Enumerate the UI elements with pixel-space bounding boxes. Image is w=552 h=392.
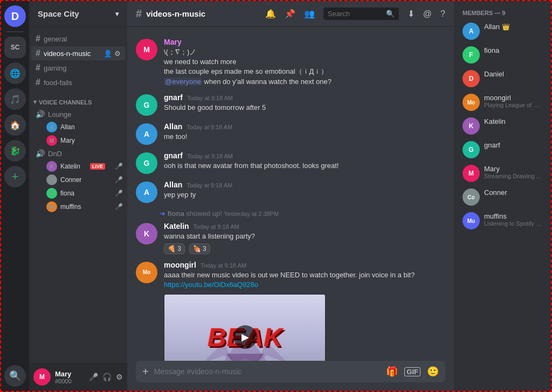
add-attachment-icon[interactable]: + xyxy=(142,366,149,378)
server-icon-5[interactable]: 🐉 xyxy=(4,140,26,162)
member-avatar: Mu xyxy=(463,212,480,229)
bell-icon[interactable]: 🔔 xyxy=(265,9,276,19)
voice-section-label: VOICE CHANNELS xyxy=(39,99,92,106)
input-icons: 🎁 GIF 🙂 xyxy=(386,366,439,377)
help-icon[interactable]: ? xyxy=(440,9,445,19)
member-info: muffins Listening to Spotify 🎵 xyxy=(484,212,542,227)
server-avatar-2: 🌐 xyxy=(10,68,20,79)
video-embed[interactable]: BEAK ▶ xyxy=(164,294,326,361)
channel-item-general[interactable]: # general xyxy=(31,32,125,46)
message-text: \(；∇；)ノ we need to watch more the last c… xyxy=(164,47,445,87)
message-timestamp: Today at 9:18 AM xyxy=(194,223,239,230)
member-status: Playing League of Legends 🎮 xyxy=(484,102,542,109)
gear-icon[interactable]: ⚙ xyxy=(114,50,121,58)
member-item-mary[interactable]: M Mary Streaming Drawing 🖊️ xyxy=(458,163,547,184)
voice-channel-lounge[interactable]: 🔊 Lounge xyxy=(31,108,125,120)
avatar: A xyxy=(136,123,157,145)
mention: @everyone xyxy=(164,78,202,86)
server-sidebar: Space City ▾ # general # videos-n-music … xyxy=(29,1,127,391)
main-content: # videos-n-music 🔔 📌 👥 🔍 ⬇ @ ? M Mary xyxy=(127,1,454,391)
message-header: moongirl Today at 9:18 AM xyxy=(164,261,445,269)
member-name: Mary xyxy=(484,165,542,173)
voice-channels-section[interactable]: ▾ VOICE CHANNELS xyxy=(29,90,127,108)
gift-icon[interactable]: 🎁 xyxy=(386,366,398,377)
youtube-link[interactable]: https://youtu.be/OiDx6aQ928o xyxy=(164,281,258,289)
server-icon-2[interactable]: 🌐 xyxy=(4,62,26,84)
channel-list: # general # videos-n-music 👤 ⚙ # gaming … xyxy=(29,27,127,363)
message-content: Mary \(；∇；)ノ we need to watch more the l… xyxy=(164,38,445,87)
avatar: M xyxy=(136,39,157,60)
add-member-icon[interactable]: 👤 xyxy=(104,50,112,58)
explore-button[interactable]: 🔍 xyxy=(4,365,26,387)
members-icon[interactable]: 👥 xyxy=(304,9,315,19)
member-item-fiona[interactable]: F fiona xyxy=(458,44,547,66)
channel-item-videos-n-music[interactable]: # videos-n-music 👤 ⚙ xyxy=(31,46,125,60)
message-header: Allan Today at 9:18 AM xyxy=(164,180,445,189)
member-item-katelin[interactable]: K Katelin xyxy=(458,115,547,137)
message-group: Mo moongirl Today at 9:18 AM aaaa their … xyxy=(127,258,454,361)
message-group: A Allan Today at 9:18 AM me too! xyxy=(127,120,454,147)
channel-name: general xyxy=(44,35,67,43)
message-content: gnarf Today at 9:18 AM ooh is that new a… xyxy=(164,151,445,174)
server-icon-space-city[interactable]: SC xyxy=(4,37,26,58)
server-icon-3[interactable]: 🎵 xyxy=(4,88,26,110)
settings-icon[interactable]: ⚙ xyxy=(116,373,123,381)
message-content: moongirl Today at 9:18 AM aaaa their new… xyxy=(164,261,445,361)
message-content: Allan Today at 9:18 AM yep yep ty xyxy=(164,180,445,203)
member-item-moongirl[interactable]: Mo moongirl Playing League of Legends 🎮 xyxy=(458,92,547,113)
search-bar[interactable]: 🔍 xyxy=(323,8,399,20)
voice-channel-dnd[interactable]: 🔊 DnD xyxy=(31,148,125,159)
user-bar: M Mary #0000 🎤 🎧 ⚙ xyxy=(29,363,127,391)
voice-member-fiona[interactable]: F fiona 🎤 xyxy=(31,187,125,200)
voice-member-mary[interactable]: M Mary xyxy=(31,134,125,147)
reaction-meat[interactable]: 🍖 3 xyxy=(189,243,210,254)
channel-item-gaming[interactable]: # gaming xyxy=(31,61,125,75)
member-item-daniel[interactable]: D Daniel xyxy=(458,68,547,89)
reaction-pizza[interactable]: 🍕 3 xyxy=(164,243,185,254)
message-input[interactable] xyxy=(154,361,381,382)
avatar: K xyxy=(136,223,157,244)
server-avatar-3: 🎵 xyxy=(10,94,20,104)
member-name: gnarf xyxy=(484,141,542,149)
server-avatar-5: 🐉 xyxy=(10,146,20,156)
voice-member-conner[interactable]: Co Conner 🎤 xyxy=(31,173,125,186)
avatar: A xyxy=(46,122,57,132)
gif-icon[interactable]: GIF xyxy=(404,367,420,376)
discord-home-button[interactable]: D xyxy=(4,5,26,27)
member-item-gnarf[interactable]: G gnarf xyxy=(458,139,547,160)
voice-member-katelin[interactable]: K Katelin LIVE 🎤 xyxy=(31,160,125,173)
server-header[interactable]: Space City ▾ xyxy=(29,1,127,27)
reactions-area: 🍕 3 🍖 3 xyxy=(164,241,445,254)
add-server-button[interactable]: + xyxy=(4,166,26,187)
emoji-icon[interactable]: 🙂 xyxy=(427,366,439,377)
microphone-icon[interactable]: 🎤 xyxy=(89,373,98,381)
speaker-icon: 🔊 xyxy=(36,149,45,158)
avatar: Co xyxy=(46,174,57,185)
member-item-allan[interactable]: A Allan 👑 xyxy=(458,20,547,42)
members-section-label: MEMBERS — 9 xyxy=(458,10,547,16)
member-item-conner[interactable]: Co Conner xyxy=(458,186,547,208)
channel-item-food-fails[interactable]: # food-fails xyxy=(31,75,125,89)
voice-member-allan[interactable]: A Allan xyxy=(31,121,125,134)
channel-name: videos-n-music xyxy=(44,50,91,58)
at-icon[interactable]: @ xyxy=(423,9,432,19)
discriminator: #0000 xyxy=(55,378,85,384)
server-icon-4[interactable]: 🏠 xyxy=(4,114,26,136)
headset-icon[interactable]: 🎧 xyxy=(102,373,112,381)
channel-action-icons: 👤 ⚙ xyxy=(104,50,121,58)
message-content: gnarf Today at 9:18 AM Should be good to… xyxy=(164,93,445,116)
play-button[interactable]: ▶ xyxy=(233,325,257,349)
voice-member-muffins[interactable]: Mu muffins 🎤 xyxy=(31,200,125,213)
chevron-icon: ▾ xyxy=(33,99,37,106)
search-input[interactable] xyxy=(328,10,383,18)
voice-channel-name: DnD xyxy=(48,150,62,158)
message-text: ooh is that new avatar from that photosh… xyxy=(164,161,445,171)
pin-icon[interactable]: 📌 xyxy=(285,9,295,19)
member-info: fiona xyxy=(484,46,542,54)
message-content: Allan Today at 9:18 AM me too! xyxy=(164,122,445,145)
hash-icon: # xyxy=(36,63,40,73)
download-icon[interactable]: ⬇ xyxy=(408,9,415,19)
member-item-muffins[interactable]: Mu muffins Listening to Spotify 🎵 xyxy=(458,210,547,232)
member-info: Daniel xyxy=(484,70,542,78)
voice-member-icons: 🎤 xyxy=(115,203,123,211)
